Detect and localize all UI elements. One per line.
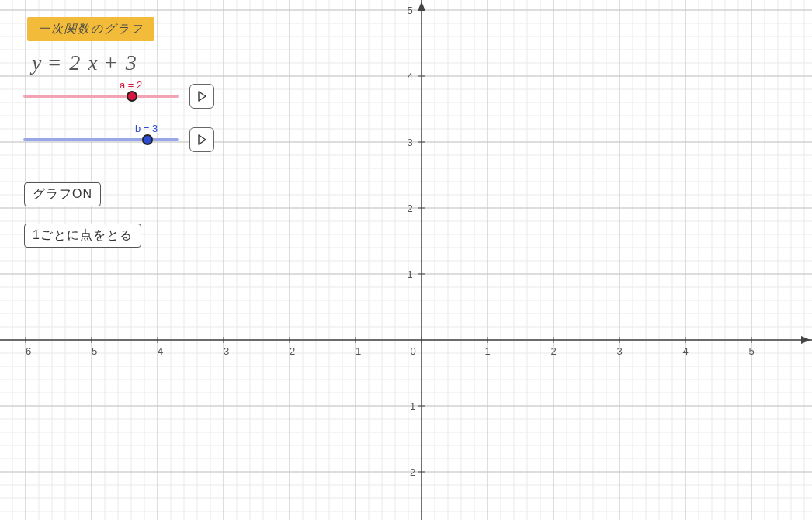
- slider-a-track[interactable]: [23, 95, 179, 98]
- slider-b-track[interactable]: [23, 138, 179, 141]
- svg-marker-127: [418, 2, 425, 11]
- slider-a-label: a = 2: [120, 79, 142, 91]
- y-tick--2: –2: [404, 466, 415, 478]
- equation-plus: +: [98, 50, 123, 75]
- play-icon: [196, 134, 207, 145]
- equation-coef-b: 3: [123, 50, 139, 75]
- x-tick-3: 3: [616, 345, 622, 357]
- x-tick--5: –5: [86, 345, 97, 357]
- x-tick--6: –6: [20, 345, 31, 357]
- y-tick-1: 1: [407, 269, 412, 280]
- geogebra-view: –6–5–4–3–2–1012345–2–112345 一次関数のグラフ y =…: [0, 0, 812, 520]
- x-tick-2: 2: [550, 345, 556, 357]
- y-tick-3: 3: [407, 137, 412, 148]
- equation-equals: =: [41, 50, 67, 75]
- slider-b[interactable]: b = 3: [23, 138, 179, 141]
- svg-marker-148: [199, 135, 206, 144]
- x-tick--2: –2: [284, 345, 295, 357]
- equation-lhs: y: [32, 50, 41, 75]
- x-tick--4: –4: [152, 345, 163, 357]
- plot-points-button[interactable]: 1ごとに点をとる: [24, 224, 141, 248]
- y-tick-2: 2: [407, 203, 412, 214]
- slider-a-thumb[interactable]: [127, 91, 137, 102]
- play-b-button[interactable]: [189, 127, 214, 152]
- play-a-button[interactable]: [189, 84, 214, 109]
- y-tick--1: –1: [404, 400, 415, 412]
- title-box: 一次関数のグラフ: [27, 17, 154, 41]
- svg-marker-147: [199, 92, 206, 101]
- slider-b-thumb[interactable]: [142, 134, 153, 145]
- x-tick--1: –1: [350, 345, 361, 357]
- equation-coef-a: 2: [67, 50, 82, 75]
- y-tick-5: 5: [407, 5, 412, 16]
- coordinate-plane[interactable]: [0, 0, 812, 520]
- x-tick--3: –3: [218, 345, 229, 357]
- equation-display: y = 2 x + 3: [32, 50, 139, 75]
- svg-marker-126: [801, 336, 810, 344]
- x-tick-0: 0: [410, 345, 415, 357]
- graph-on-button[interactable]: グラフON: [24, 182, 101, 206]
- slider-a[interactable]: a = 2: [23, 95, 179, 98]
- slider-b-label: b = 3: [135, 123, 158, 134]
- x-tick-1: 1: [484, 345, 490, 357]
- x-tick-4: 4: [682, 345, 688, 357]
- y-tick-4: 4: [407, 71, 412, 82]
- equation-x: x: [82, 50, 97, 75]
- x-tick-5: 5: [748, 345, 754, 357]
- play-icon: [196, 91, 207, 102]
